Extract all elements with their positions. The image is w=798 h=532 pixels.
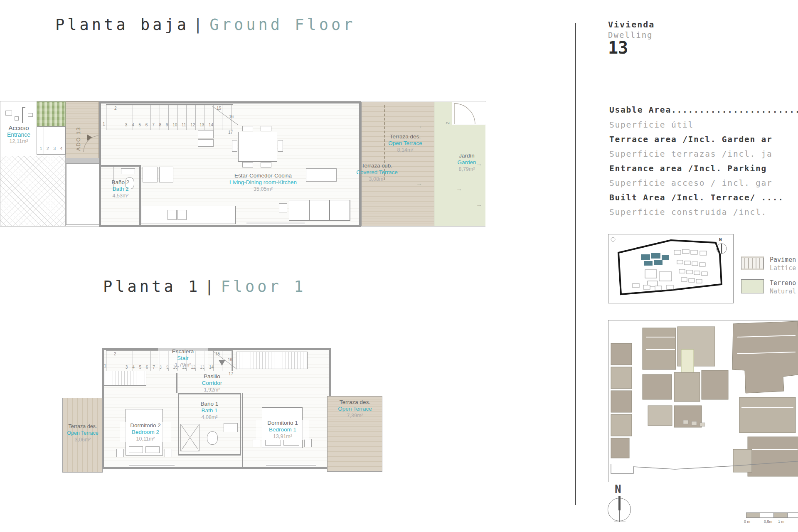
kitchen-counter — [141, 206, 236, 224]
room-name-en: Bath 2 — [102, 186, 139, 192]
shower — [180, 424, 200, 451]
room-area: 3,06m² — [62, 436, 103, 443]
room-label-bano1: Baño 1 Bath 1 4,08m² — [178, 401, 241, 421]
map-highlighted-unit — [681, 350, 694, 375]
legend-lattice-line1: Pavimen — [770, 256, 796, 264]
scale-segment — [746, 512, 760, 518]
room-area: 4,08m² — [178, 414, 241, 421]
window — [246, 222, 305, 226]
stair-mark: 1 — [104, 364, 106, 368]
spec-built-area-en: Built Area /Incl. Terrace/ .... — [609, 193, 784, 202]
paving-hatch — [0, 156, 65, 226]
ground-floor-title: Planta baja|Ground Floor — [55, 16, 356, 34]
svg-text:N: N — [719, 237, 722, 242]
washer — [159, 167, 173, 182]
pillow — [145, 446, 160, 453]
room-name-es: Dormitorio 2 — [120, 422, 171, 429]
sofa — [289, 200, 350, 221]
room-name-en: Stair — [158, 355, 208, 362]
entry-step-numbers: 1 2 3 4 — [37, 146, 66, 151]
kitchen-appliance — [198, 130, 214, 138]
room-area: 8,79m² — [446, 166, 488, 172]
wall-segment — [176, 373, 177, 393]
garden-door-mark: 2 — [446, 122, 450, 125]
spec-entrance-area-es: Superficie acceso / incl. gar — [609, 178, 773, 188]
house-outline: 3 4 5 6 7 8 9 10 11 12 13 14 2 1 15 16 1… — [102, 348, 331, 469]
room-name-es: Pasillo — [189, 373, 235, 380]
toilet — [207, 431, 218, 445]
stair-mark: 2 — [114, 352, 116, 356]
room-name-en: Open Terrace — [62, 430, 103, 436]
dining-table — [238, 132, 277, 162]
title-es: Planta 1 — [103, 278, 200, 296]
wardrobe — [104, 371, 146, 386]
room-label-terraza-des: Terraza des. Open Terrace 8,14m² — [378, 133, 432, 153]
scale-bar — [746, 512, 798, 518]
garden-zone: 2 Jardín Garden 8,79m² → → → — [434, 102, 485, 226]
pillow — [265, 440, 281, 446]
legend-swatch-lattice — [741, 256, 764, 270]
chair — [261, 126, 271, 131]
nightstand — [165, 449, 172, 457]
direction-arrow-icon: → — [456, 185, 462, 192]
room-name-en: Open Terrace — [378, 140, 432, 147]
title-separator: | — [200, 278, 221, 296]
room-name-en: Living-Dining room-Kitchen — [222, 179, 305, 186]
legend-natural-line2: Natural — [770, 288, 796, 295]
wall-segment — [101, 165, 141, 167]
washer — [143, 167, 158, 182]
chair — [242, 162, 253, 167]
chair — [261, 162, 271, 167]
nightstand — [116, 449, 124, 457]
pillow — [283, 440, 299, 446]
scale-segment — [760, 512, 774, 518]
side-table — [279, 203, 287, 212]
room-name-en: Garden — [446, 159, 488, 166]
stair-mark: 2 — [114, 106, 117, 111]
kitchen-sink — [177, 210, 187, 220]
room-name-es: Terraza des. — [378, 133, 432, 140]
lattice-paving-patch — [37, 101, 66, 126]
room-name-es: Acceso — [1, 125, 36, 131]
chair — [232, 140, 237, 152]
stair-mark: 16 — [229, 114, 234, 119]
room-area: 12,11m² — [1, 138, 36, 145]
legend-swatch-natural — [741, 279, 764, 293]
entry-door-arc — [83, 135, 101, 153]
room-name-es: Baño 2 — [102, 179, 139, 186]
room-area: 1,92m² — [189, 387, 235, 393]
room-label-acceso: Acceso Entrance 12,11m² — [1, 123, 36, 146]
room-label-terraza-right: Terraza des. Open Terrace 7,39m² — [329, 399, 381, 419]
bath-sink — [224, 423, 238, 432]
floor1-plan: 3 4 5 6 7 8 9 10 11 12 13 14 2 1 15 16 1… — [50, 347, 382, 484]
chair — [242, 126, 253, 131]
room-name-en: Bedroom 2 — [120, 429, 171, 436]
site-map-drawing — [608, 320, 798, 482]
site-map — [608, 320, 798, 482]
compass-base-tick — [614, 522, 626, 522]
room-name-es: Jardín — [446, 153, 488, 159]
room-name-es: Dormitorio 1 — [256, 420, 309, 426]
room-area: 8,14m² — [378, 147, 432, 153]
legend-lattice-line2: Lattice — [770, 264, 796, 272]
panel-divider — [575, 23, 576, 505]
highlighted-unit — [641, 254, 650, 260]
window — [129, 464, 175, 468]
floor1-title: Planta 1|Floor 1 — [103, 278, 306, 296]
room-area: 35,05m² — [222, 186, 305, 192]
nightstand — [304, 439, 312, 447]
stair-mark: 17 — [228, 130, 233, 135]
north-label: N — [615, 483, 621, 495]
compass-needle-thin — [619, 510, 620, 522]
room-area: 3,08m² — [346, 176, 408, 182]
room-name-en: Open Terrace — [329, 406, 381, 412]
title-es: Planta baja — [55, 16, 189, 34]
kitchen-sink — [167, 210, 177, 220]
stair-numbers: 3 4 5 6 7 8 9 10 11 12 13 14 — [107, 123, 232, 127]
room-name-en: Bath 1 — [178, 407, 241, 414]
stair-mark: 1 — [103, 122, 105, 126]
room-name-es: Baño 1 — [178, 401, 241, 407]
terrace-left: Terraza des. Open Terrace 3,06m² — [62, 398, 103, 473]
floorplan-page: Planta baja|Ground Floor Planta 1|Floor … — [0, 0, 798, 532]
entrance-zone: 1 2 3 4 Acceso Entrance 12,11m² — [0, 101, 66, 226]
